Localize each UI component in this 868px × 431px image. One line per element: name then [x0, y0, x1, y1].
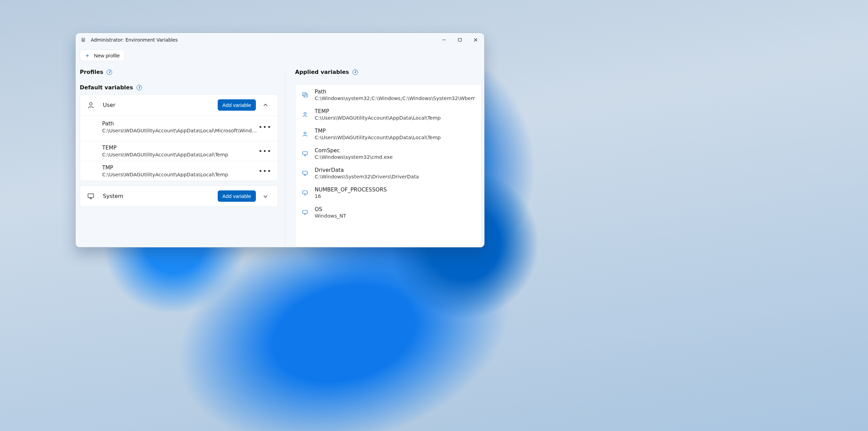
applied-variable-list: Path C:\Windows\system32;C:\Windows;C:\W…	[295, 84, 481, 247]
svg-rect-1	[82, 38, 84, 39]
svg-rect-0	[82, 38, 85, 42]
applied-name: OS	[315, 206, 475, 212]
svg-point-12	[304, 112, 306, 114]
applied-row[interactable]: TMP C:\Users\WDAGUtilityAccount\AppData\…	[295, 125, 481, 144]
scope-header-system[interactable]: System Add variable	[80, 186, 278, 207]
scope-card-user: User Add variable Path C:\Users\WDAGUtil…	[80, 94, 278, 181]
applied-name: DriverData	[315, 167, 475, 173]
applied-value: Windows_NT	[315, 213, 475, 219]
applied-value: C:\Windows\System32\Drivers\DriverData	[315, 174, 475, 179]
merged-icon	[302, 92, 308, 98]
variable-name: Path	[102, 121, 259, 127]
applied-value: 16	[315, 194, 475, 199]
applied-value: C:\Windows\system32;C:\Windows;C:\Window…	[315, 96, 475, 101]
scope-card-system: System Add variable	[80, 185, 278, 207]
applied-row[interactable]: NUMBER_OF_PROCESSORS 16	[295, 184, 481, 203]
desktop-icon	[302, 209, 308, 216]
info-icon[interactable]: i	[107, 69, 112, 75]
person-icon	[87, 101, 95, 109]
svg-rect-10	[303, 92, 306, 96]
applied-row[interactable]: ComSpec C:\Windows\system32\cmd.exe	[295, 144, 481, 164]
info-icon[interactable]: i	[352, 69, 358, 75]
profiles-heading: Profiles i	[80, 69, 278, 75]
scope-label: User	[103, 102, 115, 108]
applied-row[interactable]: DriverData C:\Windows\System32\Drivers\D…	[295, 164, 481, 184]
variable-row[interactable]: Path C:\Users\WDAGUtilityAccount\AppData…	[80, 115, 278, 141]
variable-row[interactable]: TMP C:\Users\WDAGUtilityAccount\AppData\…	[80, 161, 278, 181]
applied-name: NUMBER_OF_PROCESSORS	[315, 187, 475, 193]
variable-name: TMP	[102, 165, 259, 171]
window-controls	[436, 33, 484, 47]
new-profile-label: New profile	[94, 53, 120, 58]
applied-value: C:\Windows\system32\cmd.exe	[315, 154, 475, 160]
scope-label: System	[103, 193, 123, 199]
person-icon	[302, 131, 308, 137]
person-icon	[302, 111, 308, 118]
user-variable-list: Path C:\Users\WDAGUtilityAccount\AppData…	[80, 115, 278, 181]
chevron-down-icon[interactable]	[260, 191, 271, 202]
desktop-icon	[87, 192, 95, 200]
titlebar[interactable]: Administrator: Environment Variables	[76, 33, 484, 47]
chevron-up-icon[interactable]	[260, 100, 271, 111]
variable-value: C:\Users\WDAGUtilityAccount\AppData\Loca…	[102, 128, 259, 133]
more-icon[interactable]: •••	[259, 123, 270, 131]
app-icon	[80, 37, 86, 43]
applied-value: C:\Users\WDAGUtilityAccount\AppData\Loca…	[315, 135, 475, 140]
applied-row[interactable]: OS Windows_NT	[295, 203, 481, 223]
desktop-icon	[302, 170, 308, 176]
scope-header-user[interactable]: User Add variable	[80, 95, 278, 115]
svg-rect-3	[458, 38, 462, 42]
close-button[interactable]	[468, 33, 484, 47]
applied-row[interactable]: TEMP C:\Users\WDAGUtilityAccount\AppData…	[295, 105, 481, 125]
variable-value: C:\Users\WDAGUtilityAccount\AppData\Loca…	[102, 152, 259, 157]
left-pane: Profiles i Default variables i User Add …	[80, 69, 285, 247]
svg-rect-7	[88, 194, 94, 197]
plus-icon: ＋	[84, 52, 90, 58]
svg-point-6	[89, 102, 92, 105]
default-variables-heading: Default variables i	[80, 84, 278, 91]
desktop-icon	[302, 151, 308, 157]
svg-rect-23	[303, 210, 307, 213]
desktop-icon	[302, 190, 308, 196]
variable-value: C:\Users\WDAGUtilityAccount\AppData\Loca…	[102, 172, 259, 177]
window: Administrator: Environment Variables ＋ N…	[75, 33, 485, 247]
svg-rect-17	[303, 171, 307, 174]
applied-heading: Applied variables i	[295, 69, 481, 75]
minimize-button[interactable]	[436, 33, 452, 47]
applied-row[interactable]: Path C:\Windows\system32;C:\Windows;C:\W…	[295, 85, 481, 105]
new-profile-button[interactable]: ＋ New profile	[80, 49, 125, 61]
svg-point-13	[304, 132, 306, 134]
variable-name: TEMP	[102, 145, 259, 151]
svg-rect-14	[303, 152, 307, 155]
applied-value: C:\Users\WDAGUtilityAccount\AppData\Loca…	[315, 115, 475, 121]
add-variable-button-user[interactable]: Add variable	[218, 99, 256, 111]
toolbar: ＋ New profile	[76, 47, 484, 61]
applied-name: TMP	[315, 128, 475, 134]
maximize-button[interactable]	[452, 33, 468, 47]
svg-rect-20	[303, 191, 307, 194]
more-icon[interactable]: •••	[259, 167, 270, 175]
applied-name: Path	[315, 89, 475, 95]
applied-name: ComSpec	[315, 147, 475, 154]
variable-row[interactable]: TEMP C:\Users\WDAGUtilityAccount\AppData…	[80, 141, 278, 161]
info-icon[interactable]: i	[137, 85, 142, 90]
applied-name: TEMP	[315, 108, 475, 114]
right-pane: Applied variables i Path C:\Windows\syst…	[285, 69, 481, 247]
more-icon[interactable]: •••	[259, 147, 270, 155]
add-variable-button-system[interactable]: Add variable	[218, 190, 256, 202]
window-title: Administrator: Environment Variables	[91, 37, 178, 43]
svg-rect-11	[304, 94, 307, 97]
